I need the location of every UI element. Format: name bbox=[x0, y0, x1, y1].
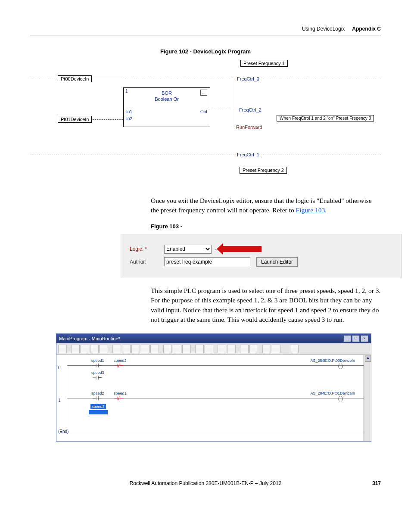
figure-103-caption: Figure 103 - bbox=[151, 223, 381, 230]
bor-subtitle: Boolean Or bbox=[124, 96, 210, 102]
bor-in1: In1 bbox=[126, 109, 132, 114]
ladder-title: MainProgram - MainRoutine* bbox=[59, 336, 120, 341]
toolbar-button[interactable] bbox=[131, 345, 140, 353]
preset-freq-2-label: Preset Frequency 2 bbox=[240, 167, 287, 174]
page-header: Using DeviceLogix Appendix C bbox=[30, 26, 381, 32]
figure-103-link[interactable]: Figure 103 bbox=[296, 206, 325, 214]
launch-editor-button[interactable]: Launch Editor bbox=[256, 257, 298, 267]
preset-freq-1-label: Preset Frequency 1 bbox=[240, 60, 288, 67]
toolbar-button[interactable] bbox=[122, 345, 131, 353]
toolbar-button[interactable] bbox=[173, 345, 181, 353]
bor-in2: In2 bbox=[126, 116, 132, 121]
toolbar-button[interactable] bbox=[71, 345, 80, 353]
contact-icon: ⊣ ⊢ bbox=[92, 395, 102, 401]
figure-102-caption: Figure 102 - DeviceLogix Program bbox=[100, 48, 311, 55]
toolbar-button[interactable] bbox=[195, 345, 204, 353]
logic-dropdown[interactable]: Enabled bbox=[164, 245, 212, 254]
freqctrl-2-tag: FreqCtrl_2 bbox=[239, 107, 262, 112]
toolbar-button[interactable] bbox=[272, 345, 280, 353]
toolbar-button[interactable] bbox=[90, 345, 99, 353]
freqctrl-1-tag: FreqCtrl_1 bbox=[237, 152, 259, 157]
bor-block: 1 BOR Boolean Or In1 In2 Out … bbox=[123, 87, 210, 127]
contact-icon: ⊣ ⊢ bbox=[92, 375, 102, 381]
paragraph-2: This simple PLC program is used to selec… bbox=[151, 286, 381, 325]
header-rule bbox=[30, 35, 381, 35]
contact-not-icon: ⊣/⊢ bbox=[114, 363, 124, 369]
toolbar-button[interactable] bbox=[81, 345, 89, 353]
toolbar-button[interactable] bbox=[182, 345, 191, 353]
header-section: Using DeviceLogix bbox=[302, 26, 345, 32]
bor-title: BOR bbox=[124, 88, 210, 96]
rung1-speed2: speed2 bbox=[91, 391, 104, 395]
rung1-speed1: speed1 bbox=[114, 391, 127, 395]
para1-a: Once you exit the DeviceLogix editor, en… bbox=[151, 197, 372, 214]
ladder-titlebar: MainProgram - MainRoutine* _ □ × bbox=[56, 334, 371, 343]
pt01devicein-tag: Pt01DeviceIn bbox=[58, 116, 92, 123]
rung0-output: AS_284E:O.Pt00DeviceIn bbox=[310, 358, 355, 363]
ladder-editor-window: MainProgram - MainRoutine* _ □ × bbox=[56, 333, 371, 442]
header-appendix: Appendix C bbox=[352, 26, 381, 32]
toolbar-button[interactable] bbox=[205, 345, 213, 353]
toolbar-button[interactable] bbox=[100, 345, 108, 353]
minimize-button[interactable]: _ bbox=[343, 335, 351, 342]
rung0-speed3: speed3 bbox=[91, 370, 104, 375]
contact-icon: ⊣ ⊢ bbox=[92, 363, 102, 369]
rung1-speed3-selected[interactable]: speed3 bbox=[90, 404, 106, 409]
toolbar-button[interactable] bbox=[227, 345, 236, 353]
author-label: Author: bbox=[130, 259, 164, 265]
toolbar-button[interactable] bbox=[240, 345, 249, 353]
figure-103-panel: Logic: * Enabled ← Author: Launch Editor bbox=[121, 234, 402, 278]
red-arrow-annotation bbox=[223, 246, 262, 252]
para1-b: . bbox=[325, 206, 327, 214]
toolbar-button[interactable] bbox=[163, 345, 172, 353]
freq3-note: When FreqCtrol 1 and 2 "on" Preset Freqe… bbox=[277, 115, 374, 121]
rung-0-number: 0 bbox=[58, 365, 61, 370]
runforward-tag: RunForward bbox=[236, 124, 262, 130]
bor-index: 1 bbox=[125, 89, 128, 93]
close-button[interactable]: × bbox=[361, 335, 368, 342]
rung0-speed1: speed1 bbox=[91, 358, 104, 363]
footer-page-number: 317 bbox=[372, 480, 381, 486]
toolbar-button[interactable] bbox=[262, 345, 271, 353]
bor-out: Out bbox=[200, 109, 207, 114]
toolbar-button[interactable] bbox=[218, 345, 226, 353]
contact-not-icon: ⊣/⊢ bbox=[114, 395, 124, 401]
ladder-body: 0 1 (End) speed1 ⊣ ⊢ speed2 ⊣/⊢ speed3 ⊣… bbox=[56, 355, 371, 441]
rung-1-number: 1 bbox=[58, 398, 61, 403]
maximize-button[interactable]: □ bbox=[352, 335, 360, 342]
pt00devicein-tag: Pt00DeviceIn bbox=[58, 75, 92, 82]
rung0-speed2: speed2 bbox=[114, 358, 127, 363]
toolbar-button[interactable] bbox=[112, 345, 121, 353]
coil-icon: ( ) bbox=[338, 363, 343, 369]
vertical-scrollbar[interactable]: ▲ bbox=[364, 355, 371, 441]
toolbar-button[interactable] bbox=[290, 345, 299, 353]
rung1-output: AS_284E:O.Pt01DeviceIn bbox=[310, 391, 355, 395]
footer-publication: Rockwell Automation Publication 280E-UM0… bbox=[130, 480, 282, 486]
author-input[interactable] bbox=[164, 257, 250, 266]
figure-102-diagram: Preset Frequency 1 FreqCtrl_0 Pt00Device… bbox=[30, 59, 381, 188]
freqctrl-0-tag: FreqCtrl_0 bbox=[237, 76, 259, 81]
toolbar-button[interactable] bbox=[150, 345, 159, 353]
ladder-toolbar bbox=[56, 343, 371, 355]
toolbar-button[interactable] bbox=[58, 345, 67, 353]
toolbar-button[interactable] bbox=[141, 345, 149, 353]
scroll-up-button[interactable]: ▲ bbox=[365, 355, 371, 362]
page-footer: Rockwell Automation Publication 280E-UM0… bbox=[30, 480, 381, 486]
coil-icon: ( ) bbox=[338, 395, 343, 401]
logic-label: Logic: * bbox=[130, 246, 164, 252]
toolbar-button[interactable] bbox=[249, 345, 258, 353]
paragraph-1: Once you exit the DeviceLogix editor, en… bbox=[151, 196, 381, 215]
